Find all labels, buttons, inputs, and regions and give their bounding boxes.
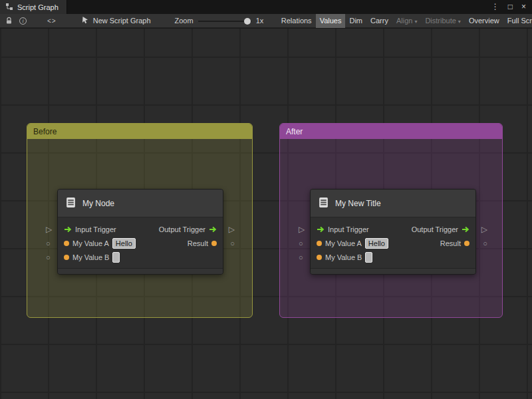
value-dot-icon bbox=[317, 255, 322, 260]
tab-script-graph[interactable]: Script Graph bbox=[0, 0, 67, 14]
port-label: Output Trigger bbox=[412, 225, 458, 233]
port-label: My Value A bbox=[72, 239, 109, 247]
value-a-field[interactable]: Hello bbox=[112, 238, 136, 249]
overview-button[interactable]: Overview bbox=[465, 14, 503, 28]
chevron-down-icon: ▾ bbox=[458, 19, 461, 25]
group-before[interactable]: Before My Node ▷ Input Trigger Output Tr… bbox=[27, 123, 253, 318]
value-b-port[interactable]: ○ bbox=[299, 253, 303, 261]
dim-button[interactable]: Dim bbox=[345, 14, 366, 28]
fullscreen-button[interactable]: Full Scr bbox=[503, 14, 532, 28]
chevron-down-icon: ▾ bbox=[414, 19, 417, 25]
lock-icon[interactable] bbox=[2, 14, 16, 28]
values-button[interactable]: Values bbox=[316, 14, 346, 28]
zoom-control: Zoom 1x bbox=[175, 14, 264, 28]
node-row-triggers: ▷ Input Trigger Output Trigger ▷ bbox=[311, 222, 475, 236]
carry-button[interactable]: Carry bbox=[366, 14, 392, 28]
trigger-arrow-icon bbox=[64, 226, 72, 233]
node-header[interactable]: My New Title bbox=[311, 190, 475, 217]
port-label: Result bbox=[440, 239, 461, 247]
node-row-triggers: ▷ Input Trigger Output Trigger ▷ bbox=[58, 222, 223, 236]
distribute-button[interactable]: Distribute ▾ bbox=[421, 14, 464, 28]
value-b-field[interactable] bbox=[365, 252, 372, 263]
tab-title: Script Graph bbox=[17, 3, 59, 11]
node-row-value-b: ○ My Value B bbox=[311, 250, 475, 264]
graph-toolbar: i <> New Script Graph Zoom 1x Relations … bbox=[0, 14, 532, 28]
port-label: My Value B bbox=[325, 253, 362, 261]
node-my-new-title[interactable]: My New Title ▷ Input Trigger Output Trig… bbox=[310, 189, 476, 275]
zoom-slider-knob[interactable] bbox=[244, 18, 251, 25]
pointer-icon bbox=[82, 16, 89, 25]
group-title: Before bbox=[33, 127, 57, 136]
input-trigger-port[interactable]: ▷ bbox=[46, 225, 52, 233]
node-title: My Node bbox=[82, 199, 114, 208]
port-label: Input Trigger bbox=[328, 225, 369, 233]
relations-button[interactable]: Relations bbox=[277, 14, 316, 28]
port-label: My Value B bbox=[72, 253, 109, 261]
node-body: ▷ Input Trigger Output Trigger ▷ ○ My Va… bbox=[58, 217, 223, 264]
node-icon bbox=[318, 197, 329, 210]
trigger-arrow-icon bbox=[209, 226, 217, 233]
script-graph-window: Script Graph ⋮ □ × i <> New Script Graph… bbox=[0, 0, 532, 399]
output-trigger-port[interactable]: ▷ bbox=[229, 225, 235, 233]
group-title: After bbox=[286, 127, 303, 136]
output-trigger-port[interactable]: ▷ bbox=[481, 225, 487, 233]
tab-bar: Script Graph ⋮ □ × bbox=[0, 0, 532, 14]
group-after[interactable]: After My New Title ▷ Input Trigger Outpu… bbox=[279, 123, 503, 318]
node-footer bbox=[311, 268, 475, 274]
value-a-field[interactable]: Hello bbox=[365, 238, 388, 249]
port-label: Result bbox=[188, 239, 208, 247]
node-my-node[interactable]: My Node ▷ Input Trigger Output Trigger ▷… bbox=[57, 189, 223, 275]
trigger-arrow-icon bbox=[462, 226, 469, 233]
value-dot-icon bbox=[64, 241, 69, 246]
value-b-port[interactable]: ○ bbox=[46, 253, 51, 261]
value-a-port[interactable]: ○ bbox=[299, 239, 303, 247]
window-controls: ⋮ □ × bbox=[491, 0, 532, 14]
port-label: Input Trigger bbox=[75, 225, 116, 233]
group-after-header[interactable]: After bbox=[280, 124, 502, 139]
input-trigger-port[interactable]: ▷ bbox=[299, 225, 305, 233]
toolbar-buttons: Relations Values Dim Carry Align ▾ Distr… bbox=[277, 14, 532, 28]
maximize-icon[interactable]: □ bbox=[508, 0, 513, 14]
node-title: My New Title bbox=[335, 199, 381, 208]
trigger-arrow-icon bbox=[317, 226, 325, 233]
node-icon bbox=[65, 197, 76, 210]
node-header[interactable]: My Node bbox=[58, 190, 223, 217]
zoom-label: Zoom bbox=[175, 17, 194, 25]
node-row-value-a: ○ My Value A Hello Result ○ bbox=[311, 236, 475, 250]
more-icon[interactable]: ⋮ bbox=[491, 0, 499, 14]
value-dot-icon bbox=[64, 255, 69, 260]
script-graph-icon bbox=[5, 3, 13, 12]
zoom-slider-track bbox=[198, 21, 251, 22]
align-button[interactable]: Align ▾ bbox=[392, 14, 421, 28]
node-body: ▷ Input Trigger Output Trigger ▷ ○ My Va… bbox=[311, 217, 475, 264]
graph-name: New Script Graph bbox=[93, 17, 151, 25]
close-icon[interactable]: × bbox=[521, 0, 526, 14]
graph-breadcrumb[interactable]: New Script Graph bbox=[82, 16, 151, 25]
group-before-header[interactable]: Before bbox=[27, 124, 252, 139]
graph-canvas[interactable]: Before My Node ▷ Input Trigger Output Tr… bbox=[0, 29, 532, 399]
code-view-icon[interactable]: <> bbox=[47, 17, 57, 25]
port-label: My Value A bbox=[325, 239, 362, 247]
node-row-value-b: ○ My Value B bbox=[58, 250, 223, 264]
zoom-value: 1x bbox=[256, 17, 264, 25]
node-row-value-a: ○ My Value A Hello Result ○ bbox=[58, 236, 223, 250]
value-b-field[interactable] bbox=[112, 252, 120, 263]
info-icon[interactable]: i bbox=[16, 14, 30, 28]
value-dot-icon bbox=[464, 241, 469, 246]
result-port[interactable]: ○ bbox=[230, 239, 235, 247]
result-port[interactable]: ○ bbox=[483, 239, 487, 247]
node-footer bbox=[58, 268, 223, 274]
value-dot-icon bbox=[317, 241, 322, 246]
port-label: Output Trigger bbox=[159, 225, 205, 233]
value-dot-icon bbox=[211, 241, 217, 246]
zoom-slider[interactable] bbox=[198, 14, 251, 28]
value-a-port[interactable]: ○ bbox=[46, 239, 51, 247]
